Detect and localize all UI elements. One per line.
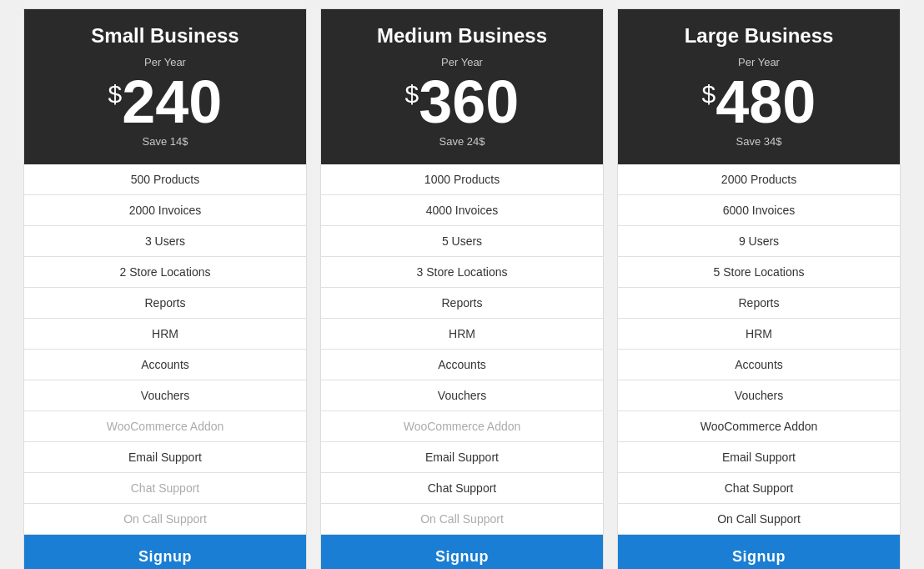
feature-item-small-11: On Call Support — [24, 504, 306, 535]
feature-item-small-3: 2 Store Locations — [24, 257, 306, 288]
plan-footer-large: Signup — [618, 535, 900, 569]
feature-item-medium-6: Accounts — [321, 350, 603, 380]
plan-header-medium: Medium BusinessPer Year$360Save 24$ — [321, 9, 603, 164]
plan-footer-small: Signup — [24, 535, 306, 569]
plan-currency-medium: $ — [405, 82, 419, 107]
plan-name-medium: Medium Business — [329, 24, 595, 48]
feature-item-medium-0: 1000 Products — [321, 164, 603, 195]
feature-item-large-10: Chat Support — [618, 473, 900, 504]
plan-period-large: Per Year — [626, 56, 891, 68]
feature-item-medium-1: 4000 Invoices — [321, 195, 603, 226]
feature-item-large-11: On Call Support — [618, 504, 900, 535]
plan-name-small: Small Business — [33, 24, 298, 48]
feature-item-medium-4: Reports — [321, 288, 603, 319]
feature-item-small-1: 2000 Invoices — [24, 195, 306, 226]
plan-footer-medium: Signup — [321, 535, 603, 569]
feature-item-medium-3: 3 Store Locations — [321, 257, 603, 288]
feature-item-small-6: Accounts — [24, 350, 306, 380]
plan-currency-small: $ — [108, 82, 123, 107]
feature-item-large-0: 2000 Products — [618, 164, 900, 195]
feature-item-medium-9: Email Support — [321, 442, 603, 473]
feature-item-medium-7: Vouchers — [321, 380, 603, 411]
plan-features-small: 500 Products2000 Invoices3 Users2 Store … — [24, 164, 306, 535]
plan-amount-small: 240 — [122, 72, 222, 132]
plan-card-small: Small BusinessPer Year$240Save 14$500 Pr… — [23, 8, 307, 569]
plan-period-medium: Per Year — [329, 56, 595, 68]
signup-button-small[interactable]: Signup — [24, 535, 306, 569]
feature-item-large-6: Accounts — [618, 350, 900, 380]
feature-item-large-5: HRM — [618, 319, 900, 350]
plan-price-medium: $360 — [329, 72, 595, 132]
plan-features-medium: 1000 Products4000 Invoices5 Users3 Store… — [321, 164, 603, 535]
feature-item-medium-2: 5 Users — [321, 226, 603, 257]
feature-item-medium-8: WooCommerce Addon — [321, 411, 603, 442]
plan-price-small: $240 — [33, 72, 298, 132]
plan-save-medium: Save 24$ — [329, 135, 595, 148]
plan-card-medium: Medium BusinessPer Year$360Save 24$1000 … — [320, 8, 604, 569]
feature-item-large-3: 5 Store Locations — [618, 257, 900, 288]
feature-item-small-4: Reports — [24, 288, 306, 319]
feature-item-large-4: Reports — [618, 288, 900, 319]
feature-item-small-8: WooCommerce Addon — [24, 411, 306, 442]
feature-item-medium-11: On Call Support — [321, 504, 603, 535]
plan-price-large: $480 — [626, 72, 891, 132]
plan-card-large: Large BusinessPer Year$480Save 34$2000 P… — [617, 8, 901, 569]
plan-save-large: Save 34$ — [626, 135, 891, 148]
plan-save-small: Save 14$ — [33, 135, 298, 148]
feature-item-large-1: 6000 Invoices — [618, 195, 900, 226]
feature-item-large-8: WooCommerce Addon — [618, 411, 900, 442]
pricing-container: Small BusinessPer Year$240Save 14$500 Pr… — [0, 0, 924, 569]
plan-amount-medium: 360 — [419, 72, 519, 132]
plan-amount-large: 480 — [716, 72, 816, 132]
plan-name-large: Large Business — [626, 24, 891, 48]
signup-button-medium[interactable]: Signup — [321, 535, 603, 569]
plan-header-small: Small BusinessPer Year$240Save 14$ — [24, 9, 306, 164]
feature-item-medium-10: Chat Support — [321, 473, 603, 504]
plan-features-large: 2000 Products6000 Invoices9 Users5 Store… — [618, 164, 900, 535]
feature-item-small-7: Vouchers — [24, 380, 306, 411]
plan-currency-large: $ — [702, 82, 716, 107]
plan-period-small: Per Year — [33, 56, 298, 68]
feature-item-small-2: 3 Users — [24, 226, 306, 257]
feature-item-medium-5: HRM — [321, 319, 603, 350]
feature-item-small-10: Chat Support — [24, 473, 306, 504]
feature-item-small-5: HRM — [24, 319, 306, 350]
feature-item-large-7: Vouchers — [618, 380, 900, 411]
feature-item-small-9: Email Support — [24, 442, 306, 473]
feature-item-small-0: 500 Products — [24, 164, 306, 195]
feature-item-large-2: 9 Users — [618, 226, 900, 257]
plan-header-large: Large BusinessPer Year$480Save 34$ — [618, 9, 900, 164]
feature-item-large-9: Email Support — [618, 442, 900, 473]
signup-button-large[interactable]: Signup — [618, 535, 900, 569]
